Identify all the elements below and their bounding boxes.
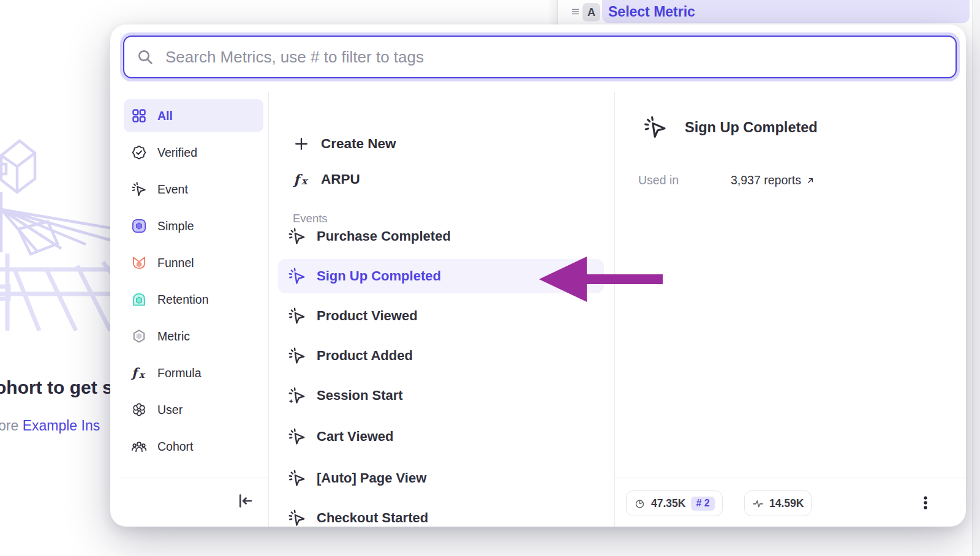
list-item-label: Product Viewed [317,308,418,324]
sidebar-item-label: Metric [157,329,190,344]
background-subline-gray: ore [0,418,23,434]
used-in-reports-link[interactable]: 3,937 reports [731,173,815,187]
sidebar-item-all[interactable]: All [124,99,263,132]
sidebar-item-label: Funnel [157,256,194,270]
sidebar-item-label: Formula [157,366,202,380]
list-item-purchase-completed[interactable]: Purchase Completed [278,219,604,254]
list-item-arpu[interactable]: ARPU [293,164,360,195]
event-cursor-icon [288,427,306,446]
metric-detail-panel: Sign Up Completed Used in 3,937 reports … [614,24,966,527]
app-screen: ohort to get s ore Example Ins A Select … [0,0,980,556]
filter-sidebar-items: All Verified Event Simple Funnel [124,99,263,467]
list-item-label: Cart Viewed [317,429,394,445]
background-headline-fragment: ohort to get s [0,377,113,398]
detail-title: Sign Up Completed [685,119,818,136]
sidebar-item-label: Event [157,182,188,197]
list-item-label: [Auto] Page View [317,470,426,486]
list-item-label: Checkout Started [317,510,428,526]
rank-chip: # 2 [691,497,714,511]
activity-pulse-icon [752,498,764,509]
more-options-kebab-icon[interactable] [917,494,934,511]
search-icon [137,48,154,66]
create-new-label: Create New [321,136,396,152]
list-item-product-added[interactable]: Product Added [278,339,604,373]
example-insights-link-fragment[interactable]: Example Ins [23,418,100,434]
sidebar-item-label: Simple [157,219,194,233]
filter-sidebar: All Verified Event Simple Funnel [110,92,268,527]
sidebar-item-cohort[interactable]: Cohort [124,430,263,463]
event-cursor-icon [288,227,306,246]
sidebar-item-verified[interactable]: Verified [124,136,263,169]
stat-value: 14.59K [769,497,804,510]
sidebar-footer-divider [120,478,268,478]
pie-chart-icon [634,498,646,509]
create-new-button[interactable]: Create New [293,129,396,159]
formula-fx-icon [293,171,310,188]
event-cursor-icon [643,115,668,140]
sidebar-item-event[interactable]: Event [124,173,263,206]
sidebar-item-label: User [157,403,183,417]
select-metric-row[interactable]: Select Metric [602,0,970,23]
list-item-label: ARPU [321,171,360,187]
panel-edge-shadow [548,0,557,24]
cohort-people-icon [131,438,147,454]
user-flower-icon [131,402,147,418]
sidebar-item-label: Cohort [157,440,194,454]
funnel-icon [131,255,147,271]
activity-count-badge[interactable]: 14.59K [744,490,812,516]
sidebar-item-funnel[interactable]: Funnel [124,246,263,279]
sidebar-item-user[interactable]: User [124,393,263,426]
list-item-checkout-started[interactable]: Checkout Started [278,501,604,527]
total-count-badge[interactable]: 47.35K # 2 [626,490,723,516]
plus-icon [293,135,310,152]
metric-letter-badge: A [582,3,600,21]
list-item-session-start[interactable]: Session Start [278,378,604,413]
list-item-auto-page-view[interactable]: [Auto] Page View [278,461,604,495]
sidebar-item-label: Retention [157,293,208,307]
drag-handle-icon[interactable] [571,7,580,17]
list-item-label: Purchase Completed [317,228,451,244]
list-item-label: Product Added [317,348,413,364]
list-item-cart-viewed[interactable]: Cart Viewed [278,419,604,454]
background-subline-fragment: ore Example Ins [0,418,100,434]
panel-divider [557,0,558,24]
metric-hexagon-icon [131,328,147,344]
event-cursor-icon [288,469,306,487]
detail-footer: 47.35K # 2 14.59K [614,478,966,527]
collapse-left-icon[interactable] [235,491,255,511]
grid-icon [131,108,147,124]
event-cursor-icon [288,307,306,325]
simple-board-icon [131,218,147,234]
sidebar-item-formula[interactable]: Formula [124,356,263,389]
sidebar-item-label: All [157,109,173,123]
event-cursor-icon [131,181,147,197]
formula-fx-icon [131,365,147,381]
stat-value: 47.35K [651,497,685,510]
annotation-arrow [538,254,664,306]
page-edge-strip [972,0,980,556]
sidebar-item-label: Verified [157,146,197,160]
sidebar-item-metric[interactable]: Metric [124,320,263,353]
used-in-label: Used in [638,173,679,187]
north-east-arrow-icon [805,176,815,186]
select-metric-label: Select Metric [608,4,695,20]
verified-badge-icon [131,145,147,160]
event-cursor-icon [288,267,306,285]
sidebar-item-retention[interactable]: Retention [124,283,263,316]
event-cursor-icon [288,347,306,365]
sidebar-item-simple[interactable]: Simple [124,209,263,242]
retention-arch-icon [131,291,147,307]
event-cursor-star-icon [288,386,306,405]
list-item-label: Sign Up Completed [317,268,441,284]
background-wireframe-illustration [0,136,118,340]
detail-header: Sign Up Completed [643,115,818,140]
list-item-label: Session Start [317,388,403,404]
event-cursor-icon [288,509,306,527]
